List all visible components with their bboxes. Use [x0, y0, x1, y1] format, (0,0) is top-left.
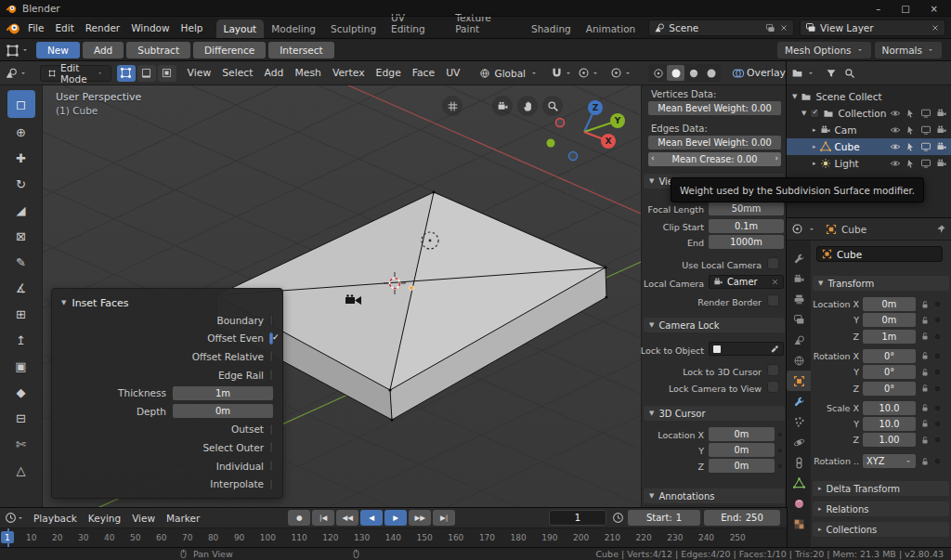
- edge-select-button[interactable]: [137, 65, 156, 82]
- chevron-down-icon[interactable]: [808, 226, 815, 233]
- value-field[interactable]: 10.0: [863, 417, 916, 431]
- edges-bevel-field[interactable]: Mean Bevel Weight: 0.00: [648, 136, 781, 150]
- mean-crease-field[interactable]: ‹ Mean Crease: 0.00 ›: [648, 152, 781, 166]
- value-field[interactable]: 1m: [863, 330, 916, 344]
- transport-button[interactable]: ●: [288, 510, 310, 526]
- value-field[interactable]: 0°: [863, 365, 916, 379]
- transport-button[interactable]: ▶|: [433, 510, 455, 526]
- playhead-frame-badge[interactable]: 1: [1, 531, 14, 543]
- expand-arrow-icon[interactable]: ▸: [813, 143, 816, 150]
- render-border-checkbox[interactable]: [767, 294, 779, 306]
- close-icon[interactable]: [771, 278, 779, 286]
- frame-end-field[interactable]: End:250: [704, 510, 780, 526]
- tool-button[interactable]: ✚: [7, 147, 35, 170]
- checkbox[interactable]: [269, 369, 273, 381]
- value-field[interactable]: 0°: [863, 349, 916, 363]
- collection-checkbox[interactable]: [810, 109, 819, 118]
- expand-arrow-icon[interactable]: ▼: [792, 93, 797, 100]
- chevron-down-icon[interactable]: [807, 70, 814, 77]
- render-disable-icon[interactable]: [936, 141, 947, 152]
- delta-transform-section[interactable]: ▸Delta Transform: [813, 481, 949, 496]
- clip-end-field[interactable]: 1000m: [709, 235, 784, 249]
- mode-dropdown[interactable]: Edit Mode: [40, 65, 111, 82]
- lock-icon[interactable]: [920, 368, 930, 377]
- mesh-options-dropdown[interactable]: Mesh Options: [777, 42, 871, 59]
- close-icon[interactable]: [779, 23, 788, 33]
- operator-panel-header[interactable]: ▼ Inset Faces: [61, 294, 273, 311]
- timeline-editor-icon[interactable]: [5, 512, 17, 524]
- checkbox[interactable]: [269, 423, 273, 436]
- tab-physics[interactable]: [787, 432, 811, 452]
- menu-item[interactable]: Edge: [371, 67, 407, 79]
- tool-button[interactable]: ↻: [7, 173, 35, 196]
- checkbox[interactable]: [269, 460, 273, 472]
- outliner-row-scene-collection[interactable]: ▼ Scene Collect: [787, 88, 951, 105]
- tab-render[interactable]: [787, 268, 811, 289]
- normals-dropdown[interactable]: Normals: [875, 42, 942, 59]
- tool-button[interactable]: ∡: [7, 277, 35, 300]
- clock-icon[interactable]: [612, 512, 624, 524]
- transform-section-header[interactable]: ▼ Transform: [813, 276, 949, 291]
- cursor-z-field[interactable]: 0m: [709, 459, 775, 473]
- hide-icon[interactable]: [890, 108, 901, 119]
- maximize-button[interactable]: □: [901, 4, 909, 14]
- orthographic-toggle-button[interactable]: [442, 96, 462, 116]
- workspace-tab[interactable]: UV Editing: [384, 8, 448, 39]
- animate-dot[interactable]: [935, 334, 940, 339]
- transport-button[interactable]: ▶: [384, 510, 407, 526]
- tab-texture[interactable]: [787, 514, 811, 534]
- menu-item[interactable]: File: [22, 22, 50, 33]
- value-field[interactable]: 1.00: [863, 433, 916, 447]
- animate-dot[interactable]: [935, 406, 940, 410]
- animate-dot[interactable]: [935, 318, 940, 322]
- rotation-mode-dropdown[interactable]: XYZ: [863, 454, 916, 468]
- render-disable-icon[interactable]: [936, 124, 947, 136]
- material-shading-button[interactable]: [684, 65, 702, 81]
- minimize-button[interactable]: –: [876, 4, 880, 14]
- hide-icon[interactable]: [890, 141, 901, 152]
- tab-tool[interactable]: [787, 248, 811, 268]
- menu-item[interactable]: Render: [80, 22, 125, 33]
- boolean-mode-button[interactable]: New: [36, 42, 80, 59]
- tab-view-layer[interactable]: [787, 309, 811, 330]
- vertices-bevel-field[interactable]: Mean Bevel Weight: 0.00: [648, 101, 781, 115]
- render-disable-icon[interactable]: [936, 108, 947, 119]
- lock-icon[interactable]: [920, 384, 930, 393]
- animate-dot[interactable]: [935, 459, 940, 463]
- outliner-row-light[interactable]: ▸ Light: [787, 155, 951, 172]
- viewport-disable-icon[interactable]: [920, 141, 931, 152]
- transport-button[interactable]: ▶▶: [409, 510, 431, 526]
- workspace-tab[interactable]: Texture Paint: [448, 8, 524, 39]
- tool-button[interactable]: ▣: [7, 355, 35, 378]
- current-frame-field[interactable]: 1: [549, 510, 606, 526]
- tab-modifiers[interactable]: [787, 391, 811, 411]
- axis-neg-z-ball[interactable]: [569, 152, 578, 161]
- render-disable-icon[interactable]: [936, 158, 947, 169]
- tab-material[interactable]: [787, 493, 811, 514]
- tool-button[interactable]: ↥: [7, 329, 35, 352]
- selectable-icon[interactable]: [905, 159, 916, 169]
- solid-shading-button[interactable]: [667, 65, 684, 81]
- checkbox[interactable]: [269, 350, 273, 362]
- selectable-icon[interactable]: [905, 142, 916, 152]
- selectable-icon[interactable]: [905, 109, 916, 119]
- workspace-tab[interactable]: Shading: [524, 20, 579, 39]
- wireframe-shading-button[interactable]: [649, 65, 667, 81]
- outliner-row-camera[interactable]: ▸ Cam: [787, 122, 951, 138]
- boolean-mode-button[interactable]: Subtract: [126, 42, 190, 59]
- lock-to-object-field[interactable]: [709, 342, 784, 356]
- tool-button[interactable]: ⊞: [7, 303, 35, 326]
- animate-dot[interactable]: [935, 354, 940, 358]
- workspace-tab[interactable]: Animation: [579, 20, 644, 39]
- new-scene-icon[interactable]: [765, 23, 775, 33]
- axis-neg-x-ball[interactable]: [556, 119, 565, 127]
- hide-icon[interactable]: [890, 124, 901, 136]
- boolean-mode-button[interactable]: Add: [83, 42, 124, 59]
- workspace-tab[interactable]: Sculpting: [323, 20, 384, 39]
- tool-button[interactable]: ✎: [7, 251, 35, 274]
- vertex-select-button[interactable]: [117, 65, 136, 82]
- face-select-button[interactable]: [158, 65, 176, 82]
- close-button[interactable]: ×: [931, 4, 938, 14]
- orientation-dropdown[interactable]: Global: [472, 65, 546, 82]
- animate-dot[interactable]: [935, 302, 940, 306]
